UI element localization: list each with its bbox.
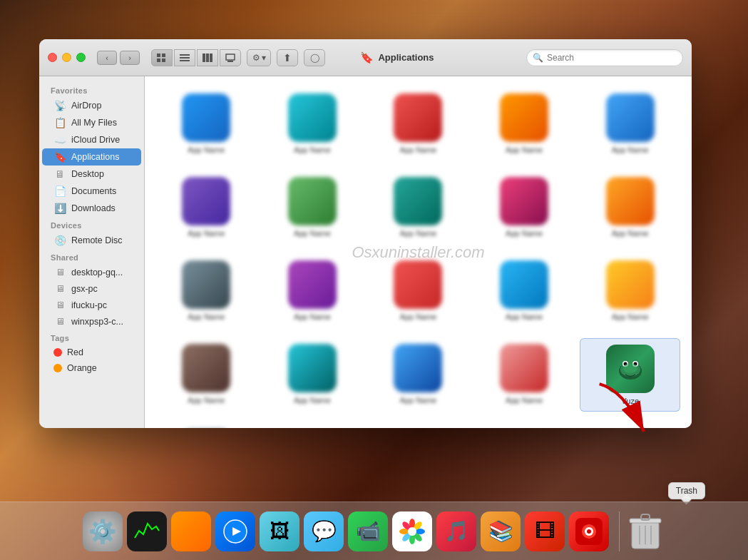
app-item-14[interactable]: App Name xyxy=(474,255,575,327)
app-icon-18 xyxy=(394,344,442,392)
app-icon-14 xyxy=(500,260,548,309)
sidebar-label-tag-red: Red xyxy=(67,347,83,357)
app-item-15[interactable]: App Name xyxy=(580,255,680,327)
svg-point-34 xyxy=(408,527,416,536)
svg-point-20 xyxy=(623,363,637,373)
app-item-9[interactable]: App Name xyxy=(474,171,575,243)
app-name-5: App Name xyxy=(612,146,649,154)
app-item-7[interactable]: App Name xyxy=(262,171,363,243)
sidebar-item-gsx-pc[interactable]: 🖥 gsx-pc xyxy=(42,280,141,297)
downloads-icon: ⬇️ xyxy=(53,203,66,214)
sidebar-item-airdrop[interactable]: 📡 AirDrop xyxy=(42,97,141,114)
app-item-6[interactable]: App Name xyxy=(156,171,257,243)
close-button[interactable] xyxy=(48,53,57,62)
app-item-17[interactable]: App Name xyxy=(262,338,363,412)
app-icon-16 xyxy=(182,344,230,392)
dock-item-activity-monitor[interactable] xyxy=(127,511,167,551)
app-item-2[interactable]: App Name xyxy=(262,88,363,160)
sidebar-item-tag-red[interactable]: Red xyxy=(42,345,141,360)
remote-disc-icon: 💿 xyxy=(53,235,66,246)
dock-item-screenium[interactable] xyxy=(569,511,609,551)
sidebar-item-all-my-files[interactable]: 📋 All My Files xyxy=(42,114,141,131)
app-name-1: App Name xyxy=(188,146,225,154)
dock-item-books[interactable]: 📚 xyxy=(481,511,521,551)
traffic-lights xyxy=(48,53,86,62)
app-item-vuze[interactable]: Vuze xyxy=(580,338,680,412)
svg-rect-7 xyxy=(203,54,205,62)
sidebar-item-applications[interactable]: 🔖 Applications xyxy=(42,148,141,166)
sidebar-item-documents[interactable]: 📄 Documents xyxy=(42,183,141,200)
vuze-icon xyxy=(606,345,655,393)
sidebar-item-icloud-drive[interactable]: ☁️ iCloud Drive xyxy=(42,131,141,148)
window-title-area: 🔖 Applications xyxy=(274,51,521,64)
sidebar-item-ifucku-pc[interactable]: 🖥 ifucku-pc xyxy=(42,297,141,313)
svg-rect-22 xyxy=(132,516,162,546)
app-item-10[interactable]: App Name xyxy=(580,171,680,243)
app-item-20[interactable]: App Name xyxy=(156,423,257,428)
back-button[interactable]: ‹ xyxy=(97,51,117,65)
minimize-button[interactable] xyxy=(62,53,71,62)
icloud-icon: ☁️ xyxy=(53,134,66,146)
app-icon-15 xyxy=(606,260,655,309)
sidebar-label-airdrop: AirDrop xyxy=(71,101,101,111)
messages-icon: 💬 xyxy=(304,511,344,551)
activity-monitor-icon xyxy=(127,511,167,551)
facetime-icon: 📹 xyxy=(348,511,388,551)
title-bar: ‹ › ⚙ ▾ ⬆ ◯ 🔖 xyxy=(39,39,692,76)
forward-button[interactable]: › xyxy=(120,51,140,65)
view-list-button[interactable] xyxy=(174,49,195,66)
app-item-19[interactable]: App Name xyxy=(474,338,575,412)
dock-item-messages[interactable]: 💬 xyxy=(304,511,344,551)
app-item-8[interactable]: App Name xyxy=(368,171,468,243)
app-name-8: App Name xyxy=(400,229,437,238)
photo-booth-icon: 🎞 xyxy=(525,511,565,551)
app-item-18[interactable]: App Name xyxy=(368,338,468,412)
dock-item-music[interactable]: 🎵 xyxy=(436,511,476,551)
sidebar-item-winxpsp3[interactable]: 🖥 winxpsp3-c... xyxy=(42,313,141,330)
tag-orange-dot xyxy=(53,364,62,372)
app-item-4[interactable]: App Name xyxy=(474,88,575,160)
dock-item-trash[interactable] xyxy=(619,511,665,551)
dock-item-preview[interactable]: 🖼 xyxy=(260,511,299,551)
app-item-12[interactable]: App Name xyxy=(262,255,363,327)
app-icon-1 xyxy=(182,93,230,142)
dock-item-system-prefs[interactable]: ⚙️ xyxy=(83,511,123,551)
maximize-button[interactable] xyxy=(76,53,86,62)
app-item-13[interactable]: App Name xyxy=(368,255,468,327)
app-name-2: App Name xyxy=(294,146,331,154)
search-bar[interactable]: 🔍 xyxy=(526,49,683,66)
tag-red-dot xyxy=(53,348,62,357)
sidebar-item-remote-disc[interactable]: 💿 Remote Disc xyxy=(42,232,141,249)
documents-icon: 📄 xyxy=(53,185,66,197)
gear-icon: ⚙ xyxy=(252,53,260,63)
app-item-1[interactable]: App Name xyxy=(156,88,257,160)
dock-item-photo-booth[interactable]: 🎞 xyxy=(525,511,565,551)
sidebar-item-downloads[interactable]: ⬇️ Downloads xyxy=(42,200,141,217)
dock-item-mosaic[interactable] xyxy=(171,511,211,551)
app-icon-11 xyxy=(182,260,230,309)
view-grid-button[interactable] xyxy=(151,49,173,66)
app-icon-10 xyxy=(606,177,655,225)
app-name-13: App Name xyxy=(400,312,437,321)
app-item-16[interactable]: App Name xyxy=(156,338,257,412)
app-item-5[interactable]: App Name xyxy=(580,88,680,160)
devices-section-title: Devices xyxy=(39,217,144,232)
sidebar-item-desktop-gq[interactable]: 🖥 desktop-gq... xyxy=(42,264,141,280)
dock-item-quicktime[interactable] xyxy=(215,511,255,551)
svg-rect-5 xyxy=(180,57,190,58)
app-name-6: App Name xyxy=(188,229,225,238)
dock-item-photos[interactable] xyxy=(392,511,432,551)
finder-window: ‹ › ⚙ ▾ ⬆ ◯ 🔖 xyxy=(39,39,692,428)
view-column-button[interactable] xyxy=(197,49,218,66)
search-input[interactable] xyxy=(547,53,677,63)
sidebar-item-tag-orange[interactable]: Orange xyxy=(42,360,141,376)
app-item-3[interactable]: App Name xyxy=(368,88,468,160)
app-name-7: App Name xyxy=(294,229,331,238)
dock-item-facetime[interactable]: 📹 xyxy=(348,511,388,551)
action-button[interactable]: ⚙ ▾ xyxy=(247,49,271,66)
search-icon: 🔍 xyxy=(533,53,543,63)
app-item-11[interactable]: App Name xyxy=(156,255,257,327)
sidebar-item-desktop[interactable]: 🖥 Desktop xyxy=(42,166,141,183)
app-name-3: App Name xyxy=(400,146,437,154)
view-cover-button[interactable] xyxy=(220,49,241,66)
